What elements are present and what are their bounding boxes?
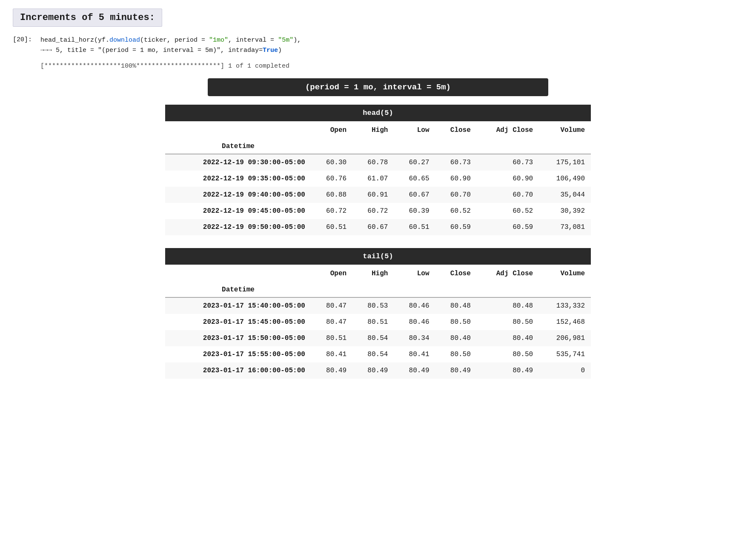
- tail-col-adj-close: Adj Close: [477, 265, 539, 279]
- table-row: 2023-01-17 15:50:00-05:00 80.51 80.54 80…: [165, 330, 591, 346]
- open-cell: 80.47: [311, 314, 352, 330]
- datetime-cell: 2022-12-19 09:45:00-05:00: [165, 203, 311, 219]
- head-col-low: Low: [394, 121, 435, 136]
- table-row: 2022-12-19 09:35:00-05:00 60.76 61.07 60…: [165, 171, 591, 187]
- low-cell: 60.65: [394, 171, 435, 187]
- datetime-cell: 2022-12-19 09:40:00-05:00: [165, 187, 311, 203]
- code-period-val: "1mo": [209, 37, 228, 44]
- close-cell: 80.49: [435, 362, 477, 379]
- adj-close-empty-cell: [477, 362, 493, 379]
- head-table-container: head(5) Open High Low Close Adj Close Vo…: [165, 105, 591, 235]
- heading-text: Increments of 5 minutes:: [20, 12, 155, 23]
- table-row: 2022-12-19 09:45:00-05:00 60.72 60.72 60…: [165, 203, 591, 219]
- adj-close-empty-cell: [477, 346, 493, 362]
- code-interval-val: "5m": [278, 37, 293, 44]
- volume-cell: 0: [539, 362, 591, 379]
- adj-close-empty-cell: [477, 330, 493, 346]
- adj-close-empty-cell: [477, 219, 493, 235]
- open-cell: 60.51: [311, 219, 352, 235]
- head-col-close: Close: [435, 121, 477, 136]
- tail-datetime-header: Datetime: [165, 279, 311, 297]
- code-text: head_tail_horz(yf.: [40, 37, 109, 44]
- low-cell: 60.67: [394, 187, 435, 203]
- tail-empty-th: [165, 265, 311, 279]
- datetime-cell: 2022-12-19 09:30:00-05:00: [165, 154, 311, 171]
- table-row: 2023-01-17 15:40:00-05:00 80.47 80.53 80…: [165, 297, 591, 314]
- datetime-cell: 2023-01-17 15:50:00-05:00: [165, 330, 311, 346]
- tail-col-open: Open: [311, 265, 352, 279]
- low-cell: 60.39: [394, 203, 435, 219]
- high-cell: 60.67: [352, 219, 394, 235]
- progress-line: [********************100%***************…: [13, 63, 743, 70]
- close-cell: 60.59: [435, 219, 477, 235]
- volume-cell: 73,081: [539, 219, 591, 235]
- volume-cell: 35,044: [539, 187, 591, 203]
- table-row: 2023-01-17 15:55:00-05:00 80.41 80.54 80…: [165, 346, 591, 362]
- open-cell: 60.76: [311, 171, 352, 187]
- tail-section-header: tail(5): [165, 248, 591, 265]
- table-row: 2022-12-19 09:40:00-05:00 60.88 60.91 60…: [165, 187, 591, 203]
- datetime-cell: 2023-01-17 15:55:00-05:00: [165, 346, 311, 362]
- code-true: True: [263, 47, 278, 54]
- close-cell: 80.48: [435, 297, 477, 314]
- open-cell: 80.49: [311, 362, 352, 379]
- volume-cell: 175,101: [539, 154, 591, 171]
- adj-close-empty-cell: [477, 297, 493, 314]
- low-cell: 80.34: [394, 330, 435, 346]
- head-col-open: Open: [311, 121, 352, 136]
- head-empty-span: [311, 136, 591, 154]
- tail-col-high: High: [352, 265, 394, 279]
- open-cell: 60.88: [311, 187, 352, 203]
- open-cell: 60.30: [311, 154, 352, 171]
- head-empty-th: [165, 121, 311, 136]
- adj-close-cell: 80.40: [493, 330, 539, 346]
- adj-close-cell: 60.90: [493, 171, 539, 187]
- datetime-cell: 2022-12-19 09:35:00-05:00: [165, 171, 311, 187]
- low-cell: 80.46: [394, 297, 435, 314]
- volume-cell: 152,468: [539, 314, 591, 330]
- tail-col-close: Close: [435, 265, 477, 279]
- high-cell: 60.91: [352, 187, 394, 203]
- head-col-adj-close: Adj Close: [477, 121, 539, 136]
- adj-close-empty-cell: [477, 171, 493, 187]
- adj-close-cell: 80.50: [493, 346, 539, 362]
- code-text: (ticker, period =: [140, 37, 209, 44]
- volume-cell: 206,981: [539, 330, 591, 346]
- table-row: 2022-12-19 09:50:00-05:00 60.51 60.67 60…: [165, 219, 591, 235]
- volume-cell: 30,392: [539, 203, 591, 219]
- code-fn: download: [109, 37, 140, 44]
- high-cell: 60.78: [352, 154, 394, 171]
- head-table: Open High Low Close Adj Close Volume Dat…: [165, 121, 591, 235]
- close-cell: 80.50: [435, 346, 477, 362]
- close-cell: 60.90: [435, 171, 477, 187]
- open-cell: 60.72: [311, 203, 352, 219]
- high-cell: 60.72: [352, 203, 394, 219]
- adj-close-empty-cell: [477, 187, 493, 203]
- chart-title: (period = 1 mo, interval = 5m): [208, 78, 548, 96]
- high-cell: 80.53: [352, 297, 394, 314]
- high-cell: 80.54: [352, 346, 394, 362]
- tail-datetime-row: Datetime: [165, 279, 591, 297]
- adj-close-cell: 80.48: [493, 297, 539, 314]
- cell-number: [20]:: [13, 35, 36, 43]
- open-cell: 80.51: [311, 330, 352, 346]
- low-cell: 80.49: [394, 362, 435, 379]
- datetime-cell: 2022-12-19 09:50:00-05:00: [165, 219, 311, 235]
- adj-close-cell: 60.73: [493, 154, 539, 171]
- low-cell: 60.51: [394, 219, 435, 235]
- low-cell: 80.46: [394, 314, 435, 330]
- high-cell: 80.54: [352, 330, 394, 346]
- high-cell: 80.49: [352, 362, 394, 379]
- tail-empty-span: [311, 279, 591, 297]
- adj-close-cell: 60.59: [493, 219, 539, 235]
- volume-cell: 535,741: [539, 346, 591, 362]
- head-datetime-row: Datetime: [165, 136, 591, 154]
- head-section-header: head(5): [165, 105, 591, 121]
- close-cell: 80.50: [435, 314, 477, 330]
- datetime-cell: 2023-01-17 15:40:00-05:00: [165, 297, 311, 314]
- table-row: 2023-01-17 15:45:00-05:00 80.47 80.51 80…: [165, 314, 591, 330]
- adj-close-cell: 60.52: [493, 203, 539, 219]
- head-tbody: 2022-12-19 09:30:00-05:00 60.30 60.78 60…: [165, 154, 591, 235]
- volume-cell: 106,490: [539, 171, 591, 187]
- code-content: head_tail_horz(yf.download(ticker, perio…: [40, 35, 743, 56]
